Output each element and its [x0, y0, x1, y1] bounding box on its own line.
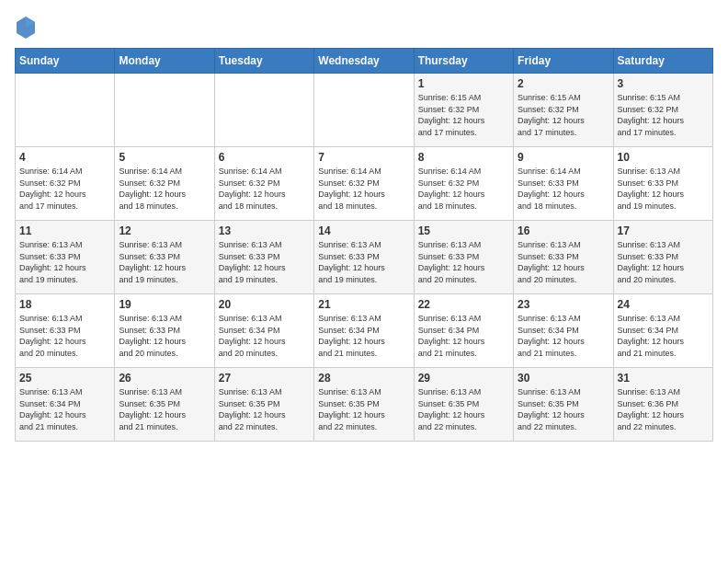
day-number: 25 — [19, 372, 110, 385]
day-number: 16 — [518, 224, 609, 237]
calendar-cell — [314, 74, 414, 147]
day-number: 11 — [19, 224, 110, 237]
day-number: 4 — [19, 151, 110, 164]
day-number: 1 — [418, 77, 509, 90]
calendar-cell — [16, 74, 115, 147]
day-number: 31 — [618, 372, 709, 385]
day-info: Sunrise: 6:13 AM Sunset: 6:35 PM Dayligh… — [418, 386, 509, 432]
calendar-cell: 31Sunrise: 6:13 AM Sunset: 6:36 PM Dayli… — [613, 368, 712, 442]
day-number: 30 — [518, 372, 609, 385]
calendar-cell: 6Sunrise: 6:14 AM Sunset: 6:32 PM Daylig… — [214, 147, 313, 221]
calendar-cell: 22Sunrise: 6:13 AM Sunset: 6:34 PM Dayli… — [414, 294, 513, 368]
calendar-cell: 16Sunrise: 6:13 AM Sunset: 6:33 PM Dayli… — [514, 221, 613, 294]
day-number: 8 — [418, 151, 509, 164]
day-info: Sunrise: 6:14 AM Sunset: 6:32 PM Dayligh… — [119, 166, 210, 212]
day-info: Sunrise: 6:13 AM Sunset: 6:33 PM Dayligh… — [418, 239, 509, 285]
calendar-cell: 14Sunrise: 6:13 AM Sunset: 6:33 PM Dayli… — [314, 221, 414, 294]
calendar-cell: 19Sunrise: 6:13 AM Sunset: 6:33 PM Dayli… — [115, 294, 214, 368]
day-info: Sunrise: 6:13 AM Sunset: 6:33 PM Dayligh… — [119, 313, 210, 359]
day-number: 22 — [418, 298, 509, 311]
calendar-cell: 29Sunrise: 6:13 AM Sunset: 6:35 PM Dayli… — [414, 368, 513, 442]
day-number: 19 — [119, 298, 210, 311]
day-info: Sunrise: 6:14 AM Sunset: 6:32 PM Dayligh… — [19, 166, 110, 212]
calendar-table: SundayMondayTuesdayWednesdayThursdayFrid… — [15, 48, 713, 442]
day-info: Sunrise: 6:14 AM Sunset: 6:33 PM Dayligh… — [518, 166, 609, 212]
day-number: 18 — [19, 298, 110, 311]
day-number: 28 — [318, 372, 409, 385]
day-number: 14 — [318, 224, 409, 237]
calendar-cell: 20Sunrise: 6:13 AM Sunset: 6:34 PM Dayli… — [214, 294, 313, 368]
calendar-cell: 3Sunrise: 6:15 AM Sunset: 6:32 PM Daylig… — [613, 74, 712, 147]
day-number: 13 — [219, 224, 310, 237]
day-number: 3 — [618, 77, 709, 90]
day-number: 29 — [418, 372, 509, 385]
day-number: 17 — [618, 224, 709, 237]
day-info: Sunrise: 6:13 AM Sunset: 6:33 PM Dayligh… — [318, 239, 409, 285]
day-info: Sunrise: 6:13 AM Sunset: 6:35 PM Dayligh… — [518, 386, 609, 432]
day-info: Sunrise: 6:13 AM Sunset: 6:34 PM Dayligh… — [318, 313, 409, 359]
day-number: 20 — [219, 298, 310, 311]
day-info: Sunrise: 6:13 AM Sunset: 6:33 PM Dayligh… — [19, 313, 110, 359]
calendar-cell: 26Sunrise: 6:13 AM Sunset: 6:35 PM Dayli… — [115, 368, 214, 442]
day-header-saturday: Saturday — [613, 49, 712, 74]
calendar-cell: 15Sunrise: 6:13 AM Sunset: 6:33 PM Dayli… — [414, 221, 513, 294]
calendar-cell: 7Sunrise: 6:14 AM Sunset: 6:32 PM Daylig… — [314, 147, 414, 221]
day-number: 9 — [518, 151, 609, 164]
day-number: 21 — [318, 298, 409, 311]
day-info: Sunrise: 6:15 AM Sunset: 6:32 PM Dayligh… — [518, 92, 609, 138]
calendar-cell: 10Sunrise: 6:13 AM Sunset: 6:33 PM Dayli… — [613, 147, 712, 221]
calendar-cell — [214, 74, 313, 147]
calendar-cell: 21Sunrise: 6:13 AM Sunset: 6:34 PM Dayli… — [314, 294, 414, 368]
day-info: Sunrise: 6:14 AM Sunset: 6:32 PM Dayligh… — [219, 166, 310, 212]
day-info: Sunrise: 6:13 AM Sunset: 6:33 PM Dayligh… — [518, 239, 609, 285]
calendar-cell: 5Sunrise: 6:14 AM Sunset: 6:32 PM Daylig… — [115, 147, 214, 221]
day-number: 26 — [119, 372, 210, 385]
day-number: 5 — [119, 151, 210, 164]
page-header — [15, 15, 713, 40]
day-info: Sunrise: 6:14 AM Sunset: 6:32 PM Dayligh… — [418, 166, 509, 212]
day-info: Sunrise: 6:15 AM Sunset: 6:32 PM Dayligh… — [618, 92, 709, 138]
calendar-cell: 2Sunrise: 6:15 AM Sunset: 6:32 PM Daylig… — [514, 74, 613, 147]
day-info: Sunrise: 6:13 AM Sunset: 6:34 PM Dayligh… — [219, 313, 310, 359]
day-info: Sunrise: 6:14 AM Sunset: 6:32 PM Dayligh… — [318, 166, 409, 212]
day-info: Sunrise: 6:13 AM Sunset: 6:36 PM Dayligh… — [618, 386, 709, 432]
calendar-cell: 9Sunrise: 6:14 AM Sunset: 6:33 PM Daylig… — [514, 147, 613, 221]
day-number: 2 — [518, 77, 609, 90]
day-info: Sunrise: 6:13 AM Sunset: 6:35 PM Dayligh… — [318, 386, 409, 432]
day-header-sunday: Sunday — [16, 49, 115, 74]
calendar-cell: 24Sunrise: 6:13 AM Sunset: 6:34 PM Dayli… — [613, 294, 712, 368]
calendar-cell — [115, 74, 214, 147]
calendar-cell: 1Sunrise: 6:15 AM Sunset: 6:32 PM Daylig… — [414, 74, 513, 147]
calendar-cell: 25Sunrise: 6:13 AM Sunset: 6:34 PM Dayli… — [16, 368, 115, 442]
day-number: 23 — [518, 298, 609, 311]
calendar-cell: 27Sunrise: 6:13 AM Sunset: 6:35 PM Dayli… — [214, 368, 313, 442]
day-header-monday: Monday — [115, 49, 214, 74]
day-info: Sunrise: 6:13 AM Sunset: 6:35 PM Dayligh… — [219, 386, 310, 432]
day-number: 27 — [219, 372, 310, 385]
calendar-cell: 28Sunrise: 6:13 AM Sunset: 6:35 PM Dayli… — [314, 368, 414, 442]
day-info: Sunrise: 6:13 AM Sunset: 6:33 PM Dayligh… — [618, 239, 709, 285]
calendar-cell: 13Sunrise: 6:13 AM Sunset: 6:33 PM Dayli… — [214, 221, 313, 294]
day-number: 24 — [618, 298, 709, 311]
calendar-cell: 18Sunrise: 6:13 AM Sunset: 6:33 PM Dayli… — [16, 294, 115, 368]
day-info: Sunrise: 6:15 AM Sunset: 6:32 PM Dayligh… — [418, 92, 509, 138]
day-header-tuesday: Tuesday — [214, 49, 313, 74]
calendar-cell: 23Sunrise: 6:13 AM Sunset: 6:34 PM Dayli… — [514, 294, 613, 368]
calendar-cell: 12Sunrise: 6:13 AM Sunset: 6:33 PM Dayli… — [115, 221, 214, 294]
calendar-cell: 4Sunrise: 6:14 AM Sunset: 6:32 PM Daylig… — [16, 147, 115, 221]
logo-icon — [15, 15, 37, 40]
day-header-friday: Friday — [514, 49, 613, 74]
calendar-cell: 11Sunrise: 6:13 AM Sunset: 6:33 PM Dayli… — [16, 221, 115, 294]
day-header-thursday: Thursday — [414, 49, 513, 74]
day-number: 7 — [318, 151, 409, 164]
day-info: Sunrise: 6:13 AM Sunset: 6:34 PM Dayligh… — [518, 313, 609, 359]
day-number: 15 — [418, 224, 509, 237]
calendar-cell: 30Sunrise: 6:13 AM Sunset: 6:35 PM Dayli… — [514, 368, 613, 442]
day-header-wednesday: Wednesday — [314, 49, 414, 74]
day-number: 10 — [618, 151, 709, 164]
day-number: 6 — [219, 151, 310, 164]
calendar-cell: 17Sunrise: 6:13 AM Sunset: 6:33 PM Dayli… — [613, 221, 712, 294]
day-info: Sunrise: 6:13 AM Sunset: 6:33 PM Dayligh… — [19, 239, 110, 285]
day-info: Sunrise: 6:13 AM Sunset: 6:34 PM Dayligh… — [618, 313, 709, 359]
day-info: Sunrise: 6:13 AM Sunset: 6:34 PM Dayligh… — [19, 386, 110, 432]
